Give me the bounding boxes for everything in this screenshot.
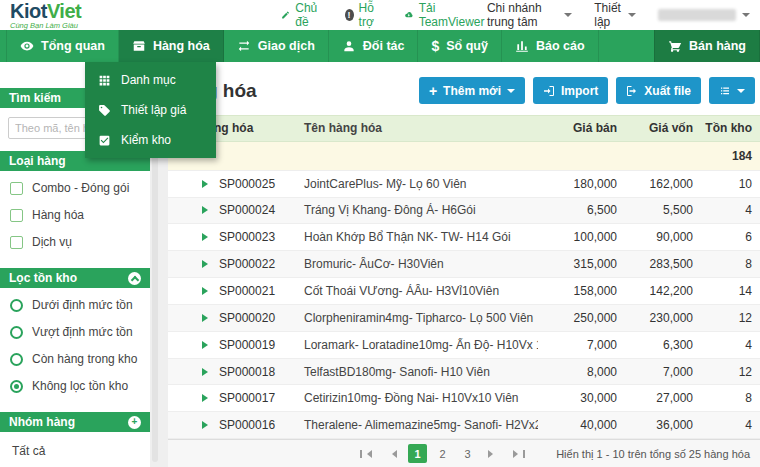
option-label: Dịch vụ bbox=[32, 235, 72, 249]
radio-vuot-dinh-muc-ton[interactable]: Vượt định mức tồn bbox=[10, 325, 140, 339]
page-button-1[interactable]: 1 bbox=[408, 444, 427, 463]
header-gia-von[interactable]: Giá vốn bbox=[623, 121, 699, 135]
table-row[interactable]: SP000022 Bromuric- ÂuCơ- H30Viên 315,000… bbox=[168, 251, 760, 278]
hang-hoa-dropdown-menu: Danh mục Thiết lập giá Kiểm kho bbox=[85, 62, 216, 158]
nav-tab-doi-tac[interactable]: Đối tác bbox=[329, 30, 419, 62]
product-code: SP000022 bbox=[219, 257, 275, 271]
header-gia-ban[interactable]: Giá bán bbox=[538, 121, 623, 135]
theme-link[interactable]: Chủ đề bbox=[281, 1, 324, 29]
radio-icon[interactable] bbox=[10, 299, 23, 312]
product-stock: 4 bbox=[699, 338, 760, 352]
checkbox-icon[interactable] bbox=[10, 236, 23, 249]
export-button[interactable]: Xuất file bbox=[616, 77, 701, 104]
teamviewer-link[interactable]: Tải TeamViewer bbox=[404, 1, 487, 29]
table-row[interactable]: SP000018 TelfastBD180mg- Sanofi- H10 Viê… bbox=[168, 359, 760, 386]
export-label: Xuất file bbox=[644, 84, 691, 98]
cart-icon bbox=[668, 39, 682, 53]
group-item-tat-ca[interactable]: Tất cả bbox=[12, 444, 140, 458]
search-title: Tìm kiếm bbox=[9, 91, 61, 105]
table-row[interactable]: SP000025 JointCarePlus- Mỹ- Lọ 60 Viên 1… bbox=[168, 171, 760, 198]
page-button-2[interactable]: 2 bbox=[433, 444, 452, 463]
chevron-down-icon bbox=[507, 89, 515, 97]
page-button-3[interactable]: 3 bbox=[458, 444, 477, 463]
person-icon bbox=[342, 39, 356, 53]
nav-tab-hang-hoa[interactable]: Hàng hóa bbox=[119, 30, 224, 62]
radio-con-hang-trong-kho[interactable]: Còn hàng trong kho bbox=[10, 352, 140, 366]
product-stock: 8 bbox=[699, 257, 760, 271]
import-icon bbox=[543, 85, 555, 97]
nav-label: Báo cáo bbox=[536, 39, 585, 53]
product-price: 7,000 bbox=[538, 338, 623, 352]
export-icon bbox=[626, 85, 638, 97]
nav-tab-bao-cao[interactable]: Báo cáo bbox=[502, 30, 599, 62]
radio-icon[interactable] bbox=[10, 326, 23, 339]
product-price: 315,000 bbox=[538, 257, 623, 271]
radio-selected-icon[interactable] bbox=[10, 380, 23, 393]
row-expand-icon[interactable] bbox=[202, 206, 212, 214]
table-row[interactable]: SP000023 Hoàn Khớp Bổ Thận NK- TW- H14 G… bbox=[168, 224, 760, 251]
table-row[interactable]: SP000024 Tráng Vị Khang- Đông Á- H6Gói 6… bbox=[168, 198, 760, 225]
help-link[interactable]: ! Hỗ trợ bbox=[345, 1, 385, 29]
stock-filter-header[interactable]: Lọc tồn kho bbox=[0, 268, 150, 288]
product-name: Cốt Thoái VƯơng- ÁÂu- H3Vỉ10Viên bbox=[298, 284, 538, 298]
nav-tab-giao-dich[interactable]: Giao dịch bbox=[224, 30, 329, 62]
product-group-header[interactable]: Nhóm hàng + bbox=[0, 412, 150, 432]
product-list-panel: Hàng hóa + Thêm mới Import Xuất file bbox=[168, 62, 760, 467]
header-ton-kho[interactable]: Tồn kho bbox=[699, 121, 760, 135]
tag-icon bbox=[98, 104, 111, 117]
branch-selector[interactable]: Chi nhánh trung tâm bbox=[487, 1, 572, 29]
header-ten-hang-hoa[interactable]: Tên hàng hóa bbox=[298, 121, 538, 135]
prev-page-button[interactable] bbox=[383, 447, 402, 461]
row-expand-icon[interactable] bbox=[202, 287, 212, 295]
logo-text-viet: Viet bbox=[47, 0, 81, 22]
account-menu[interactable] bbox=[658, 9, 750, 21]
nav-tab-so-quy[interactable]: $ Sổ quỹ bbox=[418, 30, 501, 62]
table-row[interactable]: SP000017 Cetirizin10mg- Đồng Nai- H10Vx1… bbox=[168, 385, 760, 412]
table-row[interactable]: SP000016 Theralene- Alimemazine5mg- Sano… bbox=[168, 412, 760, 439]
last-page-button[interactable] bbox=[508, 447, 530, 461]
row-expand-icon[interactable] bbox=[202, 394, 212, 402]
add-group-icon[interactable]: + bbox=[128, 416, 141, 429]
table-row[interactable]: SP000021 Cốt Thoái VƯơng- ÁÂu- H3Vỉ10Viê… bbox=[168, 278, 760, 305]
settings-menu[interactable]: Thiết lập bbox=[594, 1, 636, 29]
option-label: Vượt định mức tồn bbox=[32, 325, 133, 339]
menu-item-thiet-lap-gia[interactable]: Thiết lập giá bbox=[85, 95, 216, 125]
eye-icon bbox=[20, 39, 34, 53]
column-options-button[interactable] bbox=[709, 77, 755, 104]
menu-item-danh-muc[interactable]: Danh mục bbox=[85, 65, 216, 95]
checkbox-dich-vu[interactable]: Dịch vụ bbox=[10, 235, 140, 249]
row-expand-icon[interactable] bbox=[202, 314, 212, 322]
row-expand-icon[interactable] bbox=[202, 368, 212, 376]
nav-tab-tong-quan[interactable]: Tổng quan bbox=[6, 30, 119, 62]
checkbox-hang-hoa[interactable]: Hàng hóa bbox=[10, 208, 140, 222]
radio-duoi-dinh-muc-ton[interactable]: Dưới định mức tồn bbox=[10, 298, 140, 312]
menu-item-kiem-kho[interactable]: Kiểm kho bbox=[85, 125, 216, 155]
row-expand-icon[interactable] bbox=[202, 180, 212, 188]
row-expand-icon[interactable] bbox=[202, 233, 212, 241]
nav-label: Đối tác bbox=[363, 39, 405, 53]
product-stock: 10 bbox=[699, 177, 760, 191]
kiotviet-logo[interactable]: KiotViet Cùng Bạn Làm Giàu bbox=[10, 1, 81, 30]
product-stock: 14 bbox=[699, 284, 760, 298]
row-expand-icon[interactable] bbox=[202, 421, 212, 429]
first-page-button[interactable] bbox=[355, 447, 377, 461]
option-label: Hàng hóa bbox=[32, 208, 84, 222]
table-row[interactable]: SP000020 Clorpheniramin4mg- Tipharco- Lọ… bbox=[168, 305, 760, 332]
radio-icon[interactable] bbox=[10, 353, 23, 366]
import-button[interactable]: Import bbox=[533, 77, 608, 104]
product-code: SP000021 bbox=[219, 284, 275, 298]
toolbar: + Thêm mới Import Xuất file bbox=[419, 77, 755, 104]
sell-button[interactable]: Bán hàng bbox=[654, 30, 760, 62]
add-new-button[interactable]: + Thêm mới bbox=[419, 77, 525, 104]
radio-khong-loc-ton-kho[interactable]: Không lọc tồn kho bbox=[10, 379, 140, 393]
row-expand-icon[interactable] bbox=[202, 341, 212, 349]
checkbox-icon[interactable] bbox=[10, 209, 23, 222]
collapse-icon[interactable] bbox=[128, 272, 141, 285]
next-page-button[interactable] bbox=[483, 447, 502, 461]
table-row[interactable]: SP000019 Loramark- Loratadine10mg- Ấn Độ… bbox=[168, 332, 760, 359]
row-expand-icon[interactable] bbox=[202, 260, 212, 268]
product-cost: 162,000 bbox=[623, 177, 699, 191]
checkbox-icon[interactable] bbox=[10, 182, 23, 195]
checkbox-combo-dong-goi[interactable]: Combo - Đóng gói bbox=[10, 181, 140, 195]
product-type-title: Loại hàng bbox=[9, 154, 66, 168]
